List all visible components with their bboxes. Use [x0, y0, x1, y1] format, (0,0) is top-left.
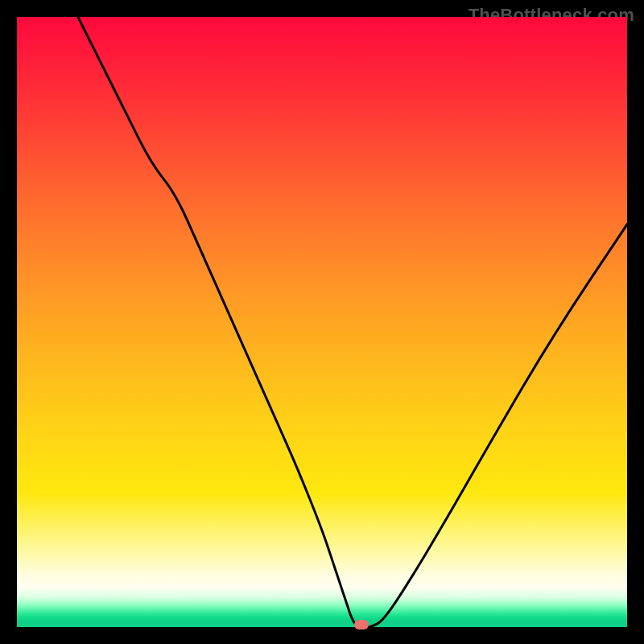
plot-area	[17, 17, 627, 627]
optimal-point-marker	[354, 620, 369, 630]
chart-frame: TheBottleneck.com	[0, 0, 644, 644]
bottleneck-curve	[17, 17, 627, 627]
